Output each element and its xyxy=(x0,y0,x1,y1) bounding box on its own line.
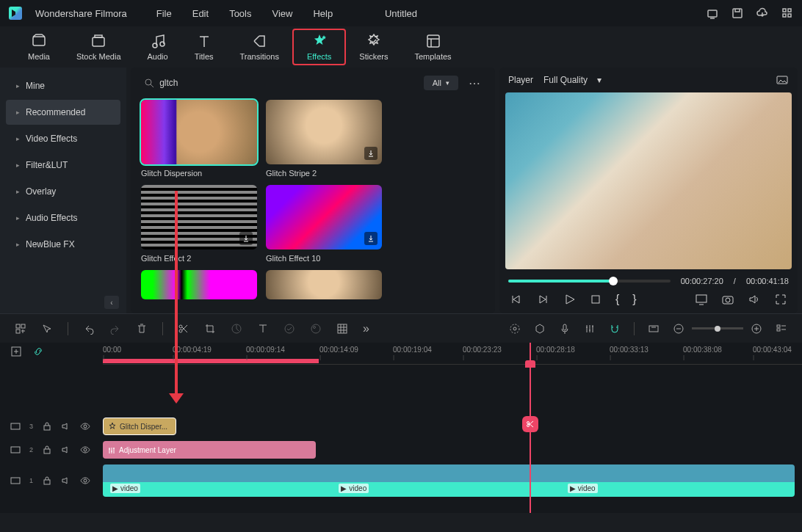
effect-thumbnail[interactable] xyxy=(266,270,382,299)
preview-mode[interactable]: Player xyxy=(508,75,533,85)
media-tab[interactable]: Media xyxy=(15,30,63,64)
preview-viewport[interactable] xyxy=(505,92,792,269)
transitions-tab[interactable]: Transitions xyxy=(227,30,292,64)
menu-view[interactable]: View xyxy=(272,8,292,19)
mute-icon[interactable] xyxy=(61,475,71,486)
effect-thumbnail[interactable] xyxy=(141,185,257,249)
effects-tab[interactable]: Effects xyxy=(292,29,346,65)
clip-adjustment[interactable]: Adjustment Layer xyxy=(103,441,316,459)
split-icon[interactable] xyxy=(178,323,189,335)
split-at-playhead-icon[interactable] xyxy=(522,416,538,432)
undo-icon[interactable] xyxy=(83,323,95,335)
grid-icon[interactable] xyxy=(336,323,348,335)
mute-icon[interactable] xyxy=(61,421,71,431)
preview-quality-dropdown[interactable]: Full Quality ▾ xyxy=(543,75,602,85)
mixer-icon[interactable] xyxy=(584,323,596,335)
crop-icon[interactable] xyxy=(204,323,216,335)
more-tools-icon[interactable]: » xyxy=(363,322,369,335)
menu-tools[interactable]: Tools xyxy=(229,8,251,19)
play-icon[interactable] xyxy=(563,293,576,306)
search-input[interactable] xyxy=(159,78,413,88)
menu-help[interactable]: Help xyxy=(313,8,333,19)
zoom-out-icon[interactable] xyxy=(673,323,684,335)
stock-media-tab[interactable]: Stock Media xyxy=(63,30,134,64)
download-icon[interactable] xyxy=(239,232,253,245)
timeline-track-1[interactable]: 1 ▶ video ▶ video ▶ video xyxy=(0,462,802,500)
effect-glitch-dispersion[interactable]: Glitch Dispersion xyxy=(141,100,257,178)
timeline[interactable]: 00:00 00:00:04:19 00:00:09:14 00:00:14:0… xyxy=(0,343,802,513)
link-icon[interactable] xyxy=(32,346,44,357)
lock-icon[interactable] xyxy=(42,475,52,486)
clip-effect[interactable]: Glitch Disper... xyxy=(103,418,176,435)
clip-video[interactable]: ▶ video ▶ video ▶ video xyxy=(103,464,795,497)
visibility-icon[interactable] xyxy=(80,445,90,455)
marker-b-icon[interactable] xyxy=(534,323,546,335)
mark-in-icon[interactable]: { xyxy=(615,293,619,306)
add-track-icon[interactable] xyxy=(15,323,26,335)
effect-partial-2[interactable] xyxy=(266,270,382,299)
sidebar-collapse-button[interactable]: ‹ xyxy=(104,296,119,309)
sidebar-item-filter-lut[interactable]: Filter&LUT xyxy=(6,153,120,178)
mute-icon[interactable] xyxy=(61,445,71,455)
mark-out-icon[interactable]: } xyxy=(632,293,636,306)
fullscreen-icon[interactable] xyxy=(774,293,787,306)
timeline-ruler[interactable]: 00:00 00:00:04:19 00:00:09:14 00:00:14:0… xyxy=(103,343,802,365)
timeline-track-3[interactable]: 3 Glitch Disper... xyxy=(0,415,802,438)
marker-a-icon[interactable] xyxy=(509,323,521,335)
filter-dropdown[interactable]: All▾ xyxy=(424,76,458,90)
volume-icon[interactable] xyxy=(748,293,761,306)
visibility-icon[interactable] xyxy=(80,475,90,486)
effect-glitch-effect-2[interactable]: Glitch Effect 2 xyxy=(141,185,257,263)
select-tool-icon[interactable] xyxy=(41,323,53,335)
add-marker-icon[interactable] xyxy=(10,346,22,357)
track-icon[interactable] xyxy=(10,421,21,431)
stickers-tab[interactable]: Stickers xyxy=(346,30,401,64)
sidebar-item-audio-effects[interactable]: Audio Effects xyxy=(6,205,120,230)
prev-frame-icon[interactable] xyxy=(510,293,523,306)
speed-icon[interactable] xyxy=(231,323,242,335)
templates-tab[interactable]: Templates xyxy=(401,30,464,64)
magnet-icon[interactable] xyxy=(609,323,621,335)
view-options-icon[interactable] xyxy=(776,323,787,335)
delete-icon[interactable] xyxy=(136,323,148,335)
apps-icon[interactable] xyxy=(781,7,793,19)
preview-scrubber[interactable] xyxy=(508,280,671,283)
sidebar-item-overlay[interactable]: Overlay xyxy=(6,179,120,204)
effect-thumbnail[interactable] xyxy=(266,185,382,249)
menu-file[interactable]: File xyxy=(156,8,172,19)
zoom-slider[interactable] xyxy=(692,327,743,329)
display-icon[interactable] xyxy=(695,293,708,306)
track-icon[interactable] xyxy=(10,475,21,486)
search-field[interactable] xyxy=(141,75,416,91)
sidebar-item-newblue-fx[interactable]: NewBlue FX xyxy=(6,232,120,257)
sidebar-item-video-effects[interactable]: Video Effects xyxy=(6,126,120,151)
stop-icon[interactable] xyxy=(589,293,602,306)
effect-thumbnail[interactable] xyxy=(266,100,382,164)
effect-thumbnail[interactable] xyxy=(141,100,257,164)
more-options-button[interactable]: ⋯ xyxy=(466,76,485,90)
playhead[interactable] xyxy=(530,343,531,513)
download-icon[interactable] xyxy=(364,147,377,160)
sidebar-item-recommended[interactable]: Recommended xyxy=(6,100,120,125)
snapshot-icon[interactable] xyxy=(776,73,789,87)
text-tool-icon[interactable] xyxy=(257,323,269,335)
redo-icon[interactable] xyxy=(109,323,121,335)
effect-partial-1[interactable] xyxy=(141,270,257,299)
save-icon[interactable] xyxy=(731,7,743,19)
zoom-in-icon[interactable] xyxy=(751,323,762,335)
track-icon[interactable] xyxy=(10,445,21,455)
camera-icon[interactable] xyxy=(721,293,734,306)
lock-icon[interactable] xyxy=(42,421,52,431)
timeline-track-2[interactable]: 2 Adjustment Layer xyxy=(0,438,802,462)
titles-tab[interactable]: Titles xyxy=(181,30,227,64)
audio-tab[interactable]: Audio xyxy=(134,30,181,64)
cloud-icon[interactable] xyxy=(756,7,768,19)
device-icon[interactable] xyxy=(707,7,718,19)
effect-glitch-stripe-2[interactable]: Glitch Stripe 2 xyxy=(266,100,382,178)
play-in-icon[interactable] xyxy=(536,293,549,306)
download-icon[interactable] xyxy=(364,232,377,245)
visibility-icon[interactable] xyxy=(80,421,90,431)
render-icon[interactable] xyxy=(648,323,660,335)
keyframe-icon[interactable] xyxy=(283,323,295,335)
effect-glitch-effect-10[interactable]: Glitch Effect 10 xyxy=(266,185,382,263)
